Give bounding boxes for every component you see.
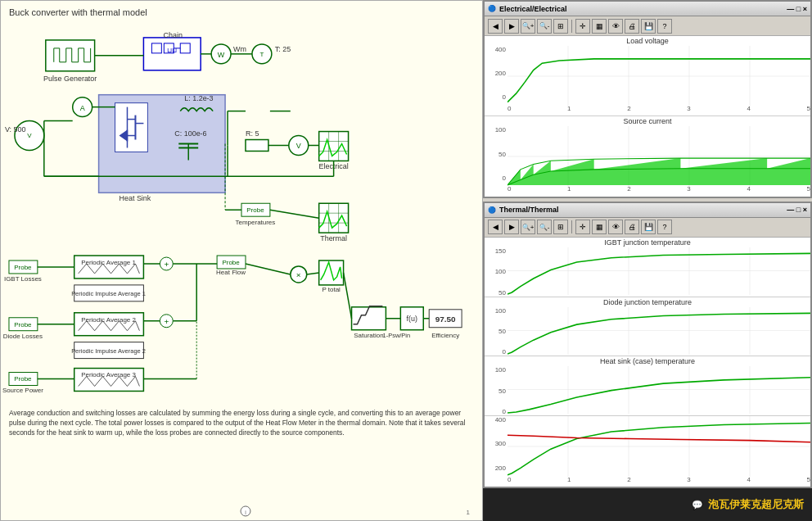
scope2-toolbar[interactable]: ◀ ▶ 🔍+ 🔍- ⊞ ✛ ▦ 👁 🖨 💾 ?: [485, 218, 810, 238]
x2-2: 2: [627, 185, 630, 193]
fit-btn[interactable]: ⊞: [553, 19, 568, 34]
scope2-titlebar: 🔵 Thermal/Thermal — □ ×: [485, 203, 810, 218]
x-5: 5: [807, 105, 810, 112]
svg-text:Pulse Generator: Pulse Generator: [43, 75, 97, 83]
svg-text:Periodic Average 2: Periodic Average 2: [81, 316, 136, 324]
svg-text:Diode Losses: Diode Losses: [3, 333, 43, 340]
help-btn[interactable]: ?: [657, 19, 672, 34]
svg-text:1-Psw/Pin: 1-Psw/Pin: [383, 332, 411, 339]
zoom-in-btn2[interactable]: 🔍+: [521, 220, 535, 234]
svg-text:Thermal: Thermal: [320, 234, 347, 242]
scope1-titlebar: 🔵 Electrical/Electrical — □ ×: [485, 2, 810, 16]
diode-plot-title: Diode junction temperature: [485, 297, 810, 307]
svg-text:W: W: [218, 51, 225, 59]
igbt-plot-title: IGBT junction temperature: [485, 238, 810, 247]
view-btn2[interactable]: 👁: [608, 220, 623, 234]
heatsink-plot-title: Heat sink (case) temperature: [485, 356, 810, 366]
help-btn2[interactable]: ?: [657, 220, 672, 234]
cursor-btn2[interactable]: ✛: [575, 220, 590, 234]
svg-text:A: A: [80, 104, 85, 112]
layout-btn[interactable]: ▦: [592, 19, 607, 34]
bottom-y-min: 200: [485, 464, 506, 472]
svg-text:+: +: [164, 317, 169, 326]
x2-1: 1: [567, 185, 571, 193]
layout-btn2[interactable]: ▦: [592, 220, 607, 234]
zoom-out-btn2[interactable]: 🔍-: [537, 220, 552, 234]
svg-text:Probe: Probe: [246, 206, 264, 214]
svg-text:f(u): f(u): [407, 315, 417, 323]
svg-text:Periodic Average 1: Periodic Average 1: [81, 259, 136, 266]
svg-text:+: +: [164, 260, 169, 269]
svg-rect-1: [46, 40, 95, 71]
svg-text:Chain: Chain: [164, 31, 183, 39]
fwd-btn2[interactable]: ▶: [504, 220, 519, 234]
fwd-btn[interactable]: ▶: [504, 19, 519, 34]
svg-text:Probe: Probe: [14, 321, 32, 328]
svg-text:Periodic Average 3: Periodic Average 3: [81, 372, 136, 379]
svg-text:R: 5: R: 5: [246, 129, 259, 138]
scope-thermal: 🔵 Thermal/Thermal — □ × ◀ ▶ 🔍+ 🔍- ⊞ ✛ ▦ …: [483, 202, 812, 488]
x-0: 0: [508, 105, 511, 112]
scope1-title: Electrical/Electrical: [499, 5, 567, 13]
svg-text:L: 1.2e-3: L: 1.2e-3: [184, 94, 213, 102]
svg-text:Periodic Impulse Average 2: Periodic Impulse Average 2: [71, 347, 146, 355]
svg-text:V: V: [27, 133, 32, 140]
svg-text:⊔⊔: ⊔⊔: [167, 47, 177, 54]
x2-0: 0: [508, 185, 511, 193]
svg-text:V: 500: V: 500: [5, 125, 26, 134]
view-btn[interactable]: 👁: [608, 19, 623, 34]
zoom-in-btn[interactable]: 🔍+: [521, 19, 535, 34]
back-btn2[interactable]: ◀: [488, 220, 503, 234]
diagram-title: Buck converter with thermal model: [9, 7, 147, 17]
x2-4: 4: [747, 185, 750, 193]
svg-text:Heat Sink: Heat Sink: [120, 194, 151, 202]
simulink-diagram: Buck converter with thermal model Pulse …: [0, 0, 483, 521]
watermark-text: 泡瓦伊莱克超尼克斯: [708, 497, 804, 512]
scope1-toolbar[interactable]: ◀ ▶ 🔍+ 🔍- ⊞ ✛ ▦ 👁 🖨 💾 ?: [485, 16, 810, 36]
svg-text:Temperatures: Temperatures: [236, 219, 276, 226]
x-1: 1: [567, 105, 571, 112]
svg-text:Probe: Probe: [14, 264, 32, 271]
y2-min: 0: [485, 174, 506, 182]
x3-5: 5: [807, 476, 810, 483]
y1-min: 0: [485, 93, 506, 101]
x-3: 3: [687, 105, 690, 112]
x-2: 2: [627, 105, 630, 112]
x3-3: 3: [687, 476, 690, 483]
svg-text:Wm: Wm: [233, 45, 246, 53]
svg-rect-156: [508, 366, 810, 414]
watermark-bar: 💬 泡瓦伊莱克超尼克斯: [483, 488, 812, 521]
svg-text:P total: P total: [322, 286, 341, 293]
x3-1: 1: [567, 476, 571, 483]
svg-text:C: 100e-6: C: 100e-6: [174, 129, 206, 138]
svg-text:1: 1: [467, 509, 471, 516]
save-btn[interactable]: 💾: [641, 19, 656, 34]
y1-max: 400: [485, 46, 506, 53]
svg-text:Probe: Probe: [222, 259, 240, 266]
zoom-out-btn[interactable]: 🔍-: [537, 19, 552, 34]
svg-rect-100: [352, 307, 386, 330]
svg-text:V: V: [296, 142, 301, 150]
svg-text:Efficiency: Efficiency: [431, 332, 459, 339]
y2-max: 100: [485, 126, 506, 134]
print-btn2[interactable]: 🖨: [625, 220, 639, 234]
svg-text:Heat Flow: Heat Flow: [216, 269, 246, 276]
svg-text:Periodic Impulse Average 1: Periodic Impulse Average 1: [71, 290, 146, 297]
svg-rect-43: [319, 132, 349, 161]
svg-text:×: ×: [296, 270, 301, 279]
back-btn[interactable]: ◀: [488, 19, 503, 34]
print-btn[interactable]: 🖨: [625, 19, 639, 34]
save-btn2[interactable]: 💾: [641, 220, 656, 234]
plot2-title: Source current: [485, 116, 810, 126]
x3-4: 4: [747, 476, 750, 483]
x3-2: 2: [627, 476, 630, 483]
svg-text:T: 25: T: 25: [275, 45, 291, 53]
x2-3: 3: [687, 185, 690, 193]
scope-electrical: 🔵 Electrical/Electrical — □ × ◀ ▶ 🔍+ 🔍- …: [483, 0, 812, 198]
cursor-btn[interactable]: ✛: [575, 19, 590, 34]
svg-text:T: T: [259, 51, 264, 58]
fit-btn2[interactable]: ⊞: [553, 220, 568, 234]
svg-rect-40: [246, 140, 268, 152]
scope2-title: Thermal/Thermal: [499, 206, 559, 214]
svg-text:Source Power: Source Power: [2, 387, 43, 394]
